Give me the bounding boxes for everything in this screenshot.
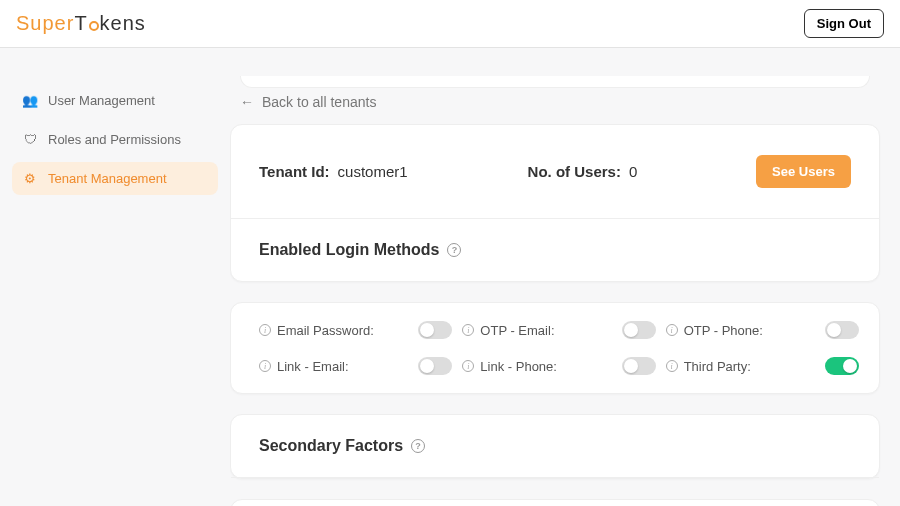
sidebar-item-label: Tenant Management — [48, 171, 167, 186]
logo: Super T kens — [16, 12, 146, 35]
login-methods-card: iEmail Password:iOTP - Email:iOTP - Phon… — [230, 302, 880, 394]
sidebar: 👥 User Management 🛡 Roles and Permission… — [0, 48, 230, 506]
back-label: Back to all tenants — [262, 94, 376, 110]
secondary-factors-title: Secondary Factors — [259, 437, 403, 455]
help-icon[interactable]: ? — [411, 439, 425, 453]
info-icon[interactable]: i — [462, 324, 474, 336]
tenant-summary-card: Tenant Id: customer1 No. of Users: 0 See… — [230, 124, 880, 282]
toggle-row-otp-email: iOTP - Email: — [462, 321, 655, 339]
users-count-label: No. of Users: — [528, 163, 621, 180]
logo-dot-icon — [89, 21, 99, 31]
toggle-link-email[interactable] — [418, 357, 452, 375]
tenant-id-value: customer1 — [338, 163, 408, 180]
arrow-left-icon: ← — [240, 94, 254, 110]
login-methods-title: Enabled Login Methods — [259, 241, 439, 259]
toggle-row-third-party: iThird Party: — [666, 357, 859, 375]
sidebar-item-user-management[interactable]: 👥 User Management — [12, 84, 218, 117]
sidebar-item-label: User Management — [48, 93, 155, 108]
toggle-row-link-email: iLink - Email: — [259, 357, 452, 375]
toggle-label: OTP - Email: — [480, 323, 615, 338]
toggle-otp-phone[interactable] — [825, 321, 859, 339]
toggle-knob — [843, 359, 857, 373]
shield-icon: 🛡 — [22, 132, 38, 147]
tenant-icon: ⚙ — [22, 171, 38, 186]
toggle-knob — [420, 323, 434, 337]
toggle-row-email-password: iEmail Password: — [259, 321, 452, 339]
toggle-knob — [420, 359, 434, 373]
users-count-value: 0 — [629, 163, 637, 180]
toggle-label: OTP - Phone: — [684, 323, 819, 338]
toggle-row-link-phone: iLink - Phone: — [462, 357, 655, 375]
toggle-knob — [624, 359, 638, 373]
secondary-factors-toggles-card: iTOTP:iOTP - Email:iOTP - Phone: — [230, 499, 880, 506]
main-content: ← Back to all tenants Tenant Id: custome… — [230, 48, 900, 506]
toggle-knob — [624, 323, 638, 337]
toggle-label: Third Party: — [684, 359, 819, 374]
logo-kens: kens — [100, 12, 146, 35]
toggle-third-party[interactable] — [825, 357, 859, 375]
secondary-factors-card: Secondary Factors ? — [230, 414, 880, 479]
see-users-button[interactable]: See Users — [756, 155, 851, 188]
toggle-email-password[interactable] — [418, 321, 452, 339]
info-icon[interactable]: i — [666, 324, 678, 336]
info-icon[interactable]: i — [259, 360, 271, 372]
logo-super: Super — [16, 12, 74, 35]
toggle-label: Email Password: — [277, 323, 412, 338]
previous-card-stub — [240, 76, 870, 88]
toggle-label: Link - Phone: — [480, 359, 615, 374]
sidebar-item-roles-permissions[interactable]: 🛡 Roles and Permissions — [12, 123, 218, 156]
toggle-row-otp-phone: iOTP - Phone: — [666, 321, 859, 339]
tenant-id-label: Tenant Id: — [259, 163, 330, 180]
logo-t: T — [74, 12, 87, 35]
sidebar-item-tenant-management[interactable]: ⚙ Tenant Management — [12, 162, 218, 195]
back-to-tenants-link[interactable]: ← Back to all tenants — [240, 94, 880, 110]
help-icon[interactable]: ? — [447, 243, 461, 257]
sidebar-item-label: Roles and Permissions — [48, 132, 181, 147]
info-icon[interactable]: i — [462, 360, 474, 372]
toggle-otp-email[interactable] — [622, 321, 656, 339]
info-icon[interactable]: i — [259, 324, 271, 336]
toggle-knob — [827, 323, 841, 337]
signout-button[interactable]: Sign Out — [804, 9, 884, 38]
toggle-label: Link - Email: — [277, 359, 412, 374]
users-icon: 👥 — [22, 93, 38, 108]
info-icon[interactable]: i — [666, 360, 678, 372]
toggle-link-phone[interactable] — [622, 357, 656, 375]
